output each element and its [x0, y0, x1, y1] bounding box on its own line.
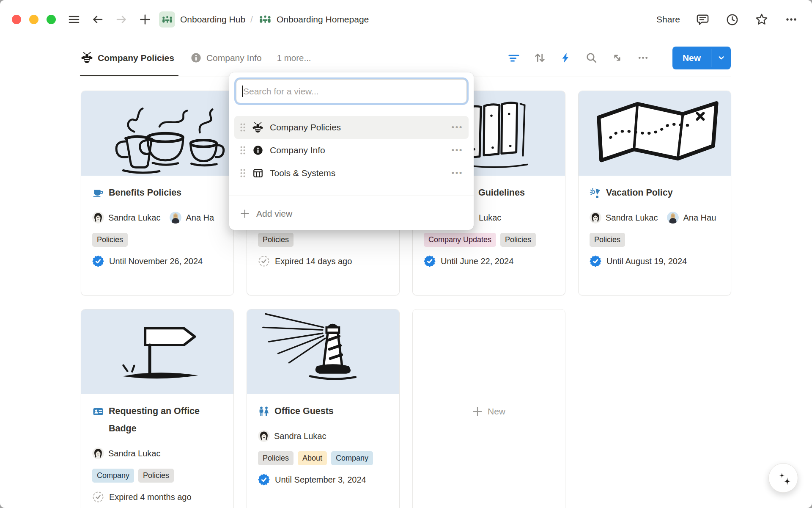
card-status: Until September 3, 2024 [258, 474, 388, 486]
lighthouse-illustration [247, 309, 399, 394]
card-status: Until June 22, 2024 [424, 255, 554, 267]
status-label: Until November 26, 2024 [109, 257, 203, 266]
close-window-button[interactable] [12, 15, 21, 24]
zoom-window-button[interactable] [47, 15, 56, 24]
sidebar-menu-button[interactable] [67, 12, 81, 27]
card-benefits-policies[interactable]: Benefits Policies Sandra Lukac Ana Ha Po… [81, 91, 234, 295]
card-title: Vacation Policy [606, 184, 673, 202]
updates-history-button[interactable] [725, 12, 739, 27]
bee-icon [81, 52, 93, 64]
hub-page-icon[interactable] [159, 11, 175, 28]
sort-button[interactable] [533, 52, 546, 64]
card-tags: Policies [590, 233, 720, 247]
view-list: Company Policies ••• Company Info ••• To… [234, 116, 469, 185]
card-vacation-policy[interactable]: Vacation Policy Sandra Lukac Ana Hau Pol… [578, 91, 731, 295]
tab-label: Company Policies [98, 53, 174, 63]
view-item-options-button[interactable]: ••• [452, 123, 463, 132]
view-item-label: Tools & Systems [270, 168, 335, 178]
clock-icon [726, 13, 739, 26]
drag-handle-icon[interactable] [240, 168, 246, 178]
avatar-ana [170, 212, 181, 224]
view-options-button[interactable] [636, 52, 649, 64]
forward-button[interactable] [114, 12, 129, 27]
expand-diagonal-icon [612, 52, 623, 64]
avatar-sandra [590, 212, 601, 224]
add-view-button[interactable]: Add view [234, 204, 469, 224]
more-views-button[interactable]: 1 more... [277, 53, 311, 63]
card-owners: Sandra Lukac [92, 446, 233, 461]
card-office-badge[interactable]: Requesting an Office Badge Sandra Lukac … [81, 309, 234, 508]
avatar-sandra [92, 212, 104, 224]
view-item-company-info[interactable]: Company Info ••• [234, 139, 469, 162]
expired-check-icon [258, 255, 270, 267]
minimize-window-button[interactable] [29, 15, 38, 24]
view-item-company-policies[interactable]: Company Policies ••• [234, 116, 469, 139]
new-record-button[interactable]: New [672, 47, 711, 69]
owner-name: Ana Ha [186, 213, 214, 223]
tab-company-policies[interactable]: Company Policies [81, 52, 174, 64]
owner-name: Sandra Lukac [274, 431, 326, 441]
back-arrow-icon [91, 13, 104, 26]
avatar-sandra [258, 430, 270, 442]
expired-check-icon [92, 491, 104, 503]
more-options-button[interactable] [784, 12, 798, 27]
tag: About [298, 451, 327, 465]
view-item-tools-systems[interactable]: Tools & Systems ••• [234, 162, 469, 185]
plus-icon [472, 406, 483, 417]
share-button[interactable]: Share [656, 14, 680, 25]
ellipsis-icon [637, 52, 649, 64]
card-title: Office Guests [274, 403, 334, 420]
sun-vacation-icon [590, 184, 601, 202]
plus-icon [139, 14, 151, 25]
favorite-button[interactable] [754, 12, 769, 27]
filter-icon [508, 52, 520, 64]
info-icon [190, 52, 202, 64]
tab-company-info[interactable]: Company Info [190, 52, 262, 64]
tag: Company [331, 451, 373, 465]
status-label: Expired 4 months ago [109, 492, 192, 502]
card-office-guests[interactable]: Office Guests Sandra Lukac Policies Abou… [247, 309, 400, 508]
tab-label: Company Info [206, 53, 262, 63]
ai-assistant-button[interactable] [768, 463, 798, 493]
homepage-page-icon [258, 12, 272, 27]
search-button[interactable] [585, 52, 598, 64]
back-button[interactable] [91, 12, 105, 27]
status-label: Until August 19, 2024 [606, 257, 687, 266]
comments-button[interactable] [695, 12, 710, 27]
view-item-options-button[interactable]: ••• [452, 168, 463, 178]
card-tags: Policies About Company [258, 451, 388, 465]
meeting-people-icon [162, 14, 173, 25]
info-icon [252, 145, 263, 156]
forward-arrow-icon [115, 13, 128, 26]
sort-arrows-icon [534, 52, 546, 64]
new-record-dropdown-button[interactable] [711, 47, 731, 69]
plus-icon [240, 209, 250, 218]
app-window: Onboarding Hub / Onboarding Homepage Sha… [0, 0, 812, 508]
tag: Policies [92, 233, 128, 247]
hamburger-icon [68, 14, 80, 25]
breadcrumb-hub-link[interactable]: Onboarding Hub [180, 14, 245, 25]
automations-button[interactable] [559, 52, 572, 64]
drag-handle-icon[interactable] [240, 146, 246, 155]
card-status: Expired 14 days ago [258, 255, 388, 267]
owner-name: Sandra Lukac [606, 213, 658, 223]
card-title: Benefits Policies [109, 184, 181, 202]
view-search-input[interactable] [236, 79, 467, 103]
two-people-icon [258, 403, 270, 420]
view-switcher-menu: Company Policies ••• Company Info ••• To… [229, 72, 474, 230]
view-search [236, 79, 467, 103]
new-page-button[interactable] [138, 12, 152, 27]
new-card-button[interactable]: New [412, 309, 565, 508]
owner-name: Ana Hau [683, 213, 716, 223]
view-item-options-button[interactable]: ••• [452, 146, 463, 155]
expand-view-button[interactable] [611, 52, 623, 64]
tag: Policies [258, 233, 294, 247]
drag-handle-icon[interactable] [240, 123, 246, 132]
breadcrumb-page-link[interactable]: Onboarding Homepage [277, 14, 369, 25]
card-owners: Sandra Lukac Ana Hau [590, 210, 731, 225]
tag: Policies [258, 451, 294, 465]
search-icon [585, 52, 598, 64]
filter-button[interactable] [508, 52, 520, 64]
card-tags: Company Updates Policies [424, 233, 554, 247]
map-illustration [579, 91, 731, 176]
